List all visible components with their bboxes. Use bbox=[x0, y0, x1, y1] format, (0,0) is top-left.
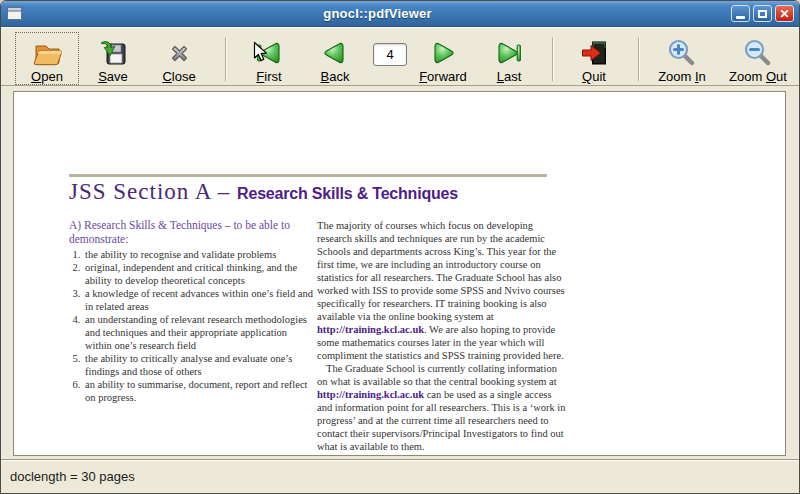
save-floppy-icon bbox=[97, 36, 129, 69]
doc-link[interactable]: http://training.kcl.ac.uk bbox=[317, 324, 424, 335]
quit-button-label: Quit bbox=[582, 69, 606, 84]
close-button-label: Close bbox=[162, 69, 195, 84]
last-button-label: Last bbox=[497, 69, 522, 84]
save-button[interactable]: Save bbox=[81, 32, 145, 85]
window-icon bbox=[6, 6, 24, 22]
zoom-out-button[interactable]: Zoom Out bbox=[721, 32, 795, 85]
forward-button[interactable]: Forward bbox=[411, 32, 475, 85]
page-number-input[interactable] bbox=[373, 43, 407, 66]
list-item: the ability to recognise and validate pr… bbox=[83, 248, 316, 261]
paragraph: The majority of courses which focus on d… bbox=[317, 219, 566, 362]
close-x-icon bbox=[163, 36, 195, 69]
toolbar-separator bbox=[638, 37, 640, 81]
minimize-icon bbox=[736, 16, 745, 19]
quit-button[interactable]: Quit bbox=[566, 32, 622, 85]
open-folder-icon bbox=[31, 36, 63, 69]
open-button[interactable]: Open bbox=[15, 32, 79, 85]
zoom-in-button-label: Zoom In bbox=[658, 69, 706, 84]
back-button-label: Back bbox=[321, 69, 350, 84]
list-item: the ability to critically analyse and ev… bbox=[83, 352, 316, 378]
toolbar: Open Save Cl bbox=[1, 27, 799, 86]
titlebar[interactable]: gnocl::pdfViewer ✕ bbox=[1, 1, 799, 27]
doc-link[interactable]: http://training.kcl.ac.uk bbox=[317, 389, 424, 400]
heading-rule bbox=[69, 174, 547, 177]
toolbar-separator bbox=[552, 37, 554, 81]
close-button[interactable]: Close bbox=[147, 32, 211, 85]
pdf-viewer-window: gnocl::pdfViewer ✕ Open bbox=[0, 0, 800, 494]
quit-door-icon bbox=[578, 36, 610, 69]
left-column: A) Research Skills & Techniques – to be … bbox=[69, 218, 316, 404]
zoom-in-button[interactable]: Zoom In bbox=[649, 32, 715, 85]
heading-bold-text: Research Skills & Techniques bbox=[237, 185, 458, 203]
first-button-label: First bbox=[256, 69, 281, 84]
toolbar-separator bbox=[225, 37, 227, 81]
last-button[interactable]: Last bbox=[477, 32, 541, 85]
nav-back-icon bbox=[319, 36, 351, 69]
list-item: an ability to summarise, document, repor… bbox=[83, 378, 316, 404]
back-button[interactable]: Back bbox=[303, 32, 367, 85]
close-window-icon: ✕ bbox=[779, 8, 789, 20]
minimize-button[interactable] bbox=[731, 5, 750, 22]
list-item: original, independent and critical think… bbox=[83, 261, 316, 287]
window-controls: ✕ bbox=[731, 5, 794, 22]
first-button[interactable]: First bbox=[237, 32, 301, 85]
statusbar: doclength = 30 pages bbox=[1, 459, 799, 493]
paragraph-text: The majority of courses which focus on d… bbox=[317, 220, 565, 322]
nav-last-icon bbox=[493, 36, 525, 69]
zoom-out-button-label: Zoom Out bbox=[729, 69, 787, 84]
maximize-icon bbox=[758, 10, 767, 18]
pdf-page: JSS Section A – Research Skills & Techni… bbox=[13, 91, 786, 456]
zoom-in-icon bbox=[666, 36, 698, 69]
document-viewport[interactable]: JSS Section A – Research Skills & Techni… bbox=[1, 87, 799, 459]
paragraph-text: The Graduate School is currently collati… bbox=[317, 363, 557, 387]
skills-list: the ability to recognise and validate pr… bbox=[69, 248, 316, 404]
right-column: The majority of courses which focus on d… bbox=[317, 219, 566, 453]
heading-serif-text: JSS Section A – bbox=[69, 179, 237, 205]
window-title: gnocl::pdfViewer bbox=[24, 6, 731, 21]
paragraph: The Graduate School is currently collati… bbox=[317, 362, 566, 453]
save-button-label: Save bbox=[98, 69, 128, 84]
forward-button-label: Forward bbox=[419, 69, 467, 84]
left-column-heading: A) Research Skills & Techniques – to be … bbox=[69, 218, 316, 246]
list-item: an understanding of relevant research me… bbox=[83, 313, 316, 352]
doclength-status: doclength = 30 pages bbox=[10, 469, 135, 484]
maximize-button[interactable] bbox=[753, 5, 772, 22]
nav-forward-icon bbox=[427, 36, 459, 69]
list-item: a knowledge of recent advances within on… bbox=[83, 287, 316, 313]
document-heading: JSS Section A – Research Skills & Techni… bbox=[69, 179, 458, 205]
open-button-label: Open bbox=[31, 69, 63, 84]
nav-first-icon bbox=[253, 36, 285, 69]
close-window-button[interactable]: ✕ bbox=[775, 5, 794, 22]
zoom-out-icon bbox=[742, 36, 774, 69]
